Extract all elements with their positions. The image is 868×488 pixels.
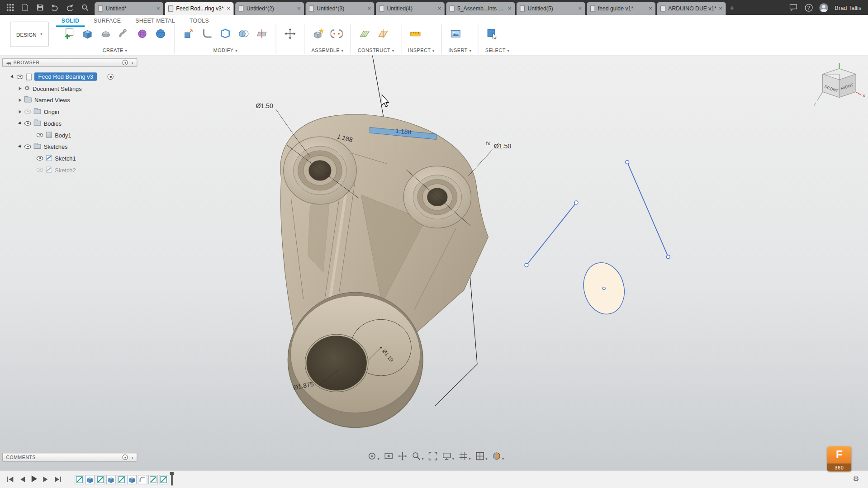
browser-item-origin[interactable]: Origin: [2, 106, 141, 118]
timeline-sketch-feature[interactable]: [96, 475, 105, 484]
measure-icon[interactable]: [408, 27, 422, 41]
undo-icon[interactable]: [50, 3, 59, 12]
tab-close-icon[interactable]: ×: [649, 5, 652, 11]
browser-item-body1[interactable]: Body1: [2, 129, 141, 141]
dim-top-right[interactable]: Ø1.50: [494, 142, 511, 150]
tab-close-icon[interactable]: ×: [227, 5, 230, 11]
doc-tab-untitled-2[interactable]: Untitled*(2)×: [235, 2, 304, 15]
visibility-eye-icon[interactable]: [17, 75, 24, 79]
expand-caret-icon[interactable]: [19, 98, 22, 101]
browser-item-sketches[interactable]: Sketches: [2, 141, 141, 152]
tab-close-icon[interactable]: ×: [719, 5, 722, 11]
expand-caret-icon[interactable]: [18, 144, 23, 149]
visibility-eye-icon[interactable]: [24, 144, 31, 149]
expand-caret-icon[interactable]: [10, 75, 15, 79]
panel-dot-button[interactable]: [123, 455, 128, 460]
help-icon[interactable]: ?: [805, 4, 812, 11]
move-icon[interactable]: [283, 27, 297, 41]
timeline-step-back-button[interactable]: [19, 474, 25, 484]
comment-icon[interactable]: [789, 3, 798, 12]
browser-header[interactable]: ◀◀ BROWSER ›: [2, 58, 138, 67]
select-icon[interactable]: [485, 27, 500, 41]
boss-bottom[interactable]: [288, 292, 423, 427]
doc-tab-feed-rod-bearing[interactable]: Feed Rod...ring v3*×: [165, 2, 234, 15]
browser-root-label[interactable]: Feed Rod Bearing v3: [34, 72, 97, 81]
visibility-eye-off-icon[interactable]: [37, 167, 43, 172]
new-tab-button[interactable]: +: [730, 3, 735, 13]
grid-snap-icon[interactable]: ▾: [459, 452, 471, 461]
app-menu-icon[interactable]: [5, 3, 14, 12]
save-icon[interactable]: [35, 3, 44, 12]
browser-item-document-settings[interactable]: ⚙ Document Settings: [2, 82, 141, 94]
browser-item-bodies[interactable]: Bodies: [2, 117, 141, 129]
timeline-step-forward-button[interactable]: [43, 474, 48, 484]
group-select-label[interactable]: SELECT▾: [485, 47, 509, 54]
redo-icon[interactable]: [65, 3, 74, 12]
tab-close-icon[interactable]: ×: [157, 5, 160, 11]
tab-close-icon[interactable]: ×: [508, 5, 512, 11]
fillet-icon[interactable]: [200, 27, 214, 41]
group-insert-label[interactable]: INSERT▾: [448, 47, 471, 54]
look-at-icon[interactable]: [384, 452, 393, 461]
group-assemble-label[interactable]: ASSEMBLE▾: [311, 47, 344, 54]
tab-close-icon[interactable]: ×: [297, 5, 301, 11]
box-icon[interactable]: [80, 27, 95, 41]
group-inspect-label[interactable]: INSPECT▾: [408, 47, 435, 54]
search-icon[interactable]: [80, 3, 89, 12]
tab-close-icon[interactable]: ×: [578, 5, 582, 11]
display-settings-icon[interactable]: ▾: [442, 452, 454, 461]
doc-tab-untitled-4[interactable]: Untitled(4)×: [376, 2, 445, 15]
timeline-sketch-feature[interactable]: [148, 475, 158, 484]
browser-root-row[interactable]: Feed Rod Bearing v3: [2, 71, 141, 83]
pan-icon[interactable]: [398, 452, 407, 461]
browser-item-named-views[interactable]: Named Views: [2, 94, 141, 106]
split-body-icon[interactable]: [255, 27, 269, 41]
construct-axis-icon[interactable]: [376, 27, 390, 41]
joint-icon[interactable]: [329, 27, 344, 41]
orbit-icon[interactable]: ▾: [368, 452, 379, 461]
panel-expand-icon[interactable]: ›: [131, 60, 133, 66]
sphere-icon[interactable]: [153, 27, 168, 41]
comments-header[interactable]: COMMENTS ›: [2, 453, 138, 462]
doc-tab-feed-guide[interactable]: feed guide v1*×: [587, 2, 655, 15]
panel-expand-icon[interactable]: ›: [131, 454, 133, 460]
combine-icon[interactable]: [237, 27, 251, 41]
expand-caret-icon[interactable]: [19, 87, 22, 90]
group-create-label[interactable]: CREATE▾: [62, 47, 168, 54]
new-component-icon[interactable]: [311, 27, 326, 41]
new-file-icon[interactable]: [20, 3, 29, 12]
visual-style-icon[interactable]: ▾: [492, 452, 504, 461]
timeline-sketch-feature[interactable]: [159, 475, 168, 484]
visibility-eye-icon[interactable]: [37, 133, 43, 137]
boss-top-right[interactable]: [403, 166, 471, 228]
timeline-play-button[interactable]: [30, 474, 38, 484]
group-modify-label[interactable]: MODIFY▾: [181, 47, 269, 54]
collapse-panel-icon[interactable]: ◀◀: [6, 61, 10, 65]
fit-view-icon[interactable]: [428, 452, 437, 461]
doc-tab-untitled[interactable]: Untitled*×: [95, 2, 163, 15]
press-pull-icon[interactable]: [181, 27, 196, 41]
group-construct-label[interactable]: CONSTRUCT▾: [358, 47, 394, 54]
tab-close-icon[interactable]: ×: [367, 5, 371, 11]
browser-item-sketch1[interactable]: Sketch1: [2, 152, 141, 164]
timeline-sketch-feature[interactable]: [117, 475, 126, 484]
panel-dot-button[interactable]: [123, 60, 128, 65]
create-sketch-icon[interactable]: [62, 27, 76, 41]
insert-canvas-icon[interactable]: [448, 27, 463, 41]
viewports-icon[interactable]: ▾: [475, 452, 487, 461]
timeline-settings-gear-icon[interactable]: ⚙: [853, 474, 859, 483]
timeline-extrude-feature[interactable]: [106, 475, 116, 484]
expand-caret-icon[interactable]: [18, 121, 23, 126]
doc-tab-untitled-3[interactable]: Untitled*(3)×: [306, 2, 375, 15]
workspace-selector[interactable]: DESIGN▾: [10, 22, 49, 47]
timeline-extrude-feature[interactable]: [127, 475, 137, 484]
timeline-fillet-feature[interactable]: [138, 475, 147, 484]
shell-icon[interactable]: [218, 27, 232, 41]
activate-component-radio[interactable]: [108, 74, 114, 80]
sketch-entities[interactable]: [525, 161, 670, 318]
viewcube[interactable]: FRONT RIGHT Z X: [813, 62, 868, 109]
dim-top-left[interactable]: Ø1.50: [256, 102, 273, 109]
visibility-eye-icon[interactable]: [37, 156, 43, 161]
visibility-eye-icon[interactable]: [24, 121, 31, 125]
form-icon[interactable]: [135, 27, 150, 41]
